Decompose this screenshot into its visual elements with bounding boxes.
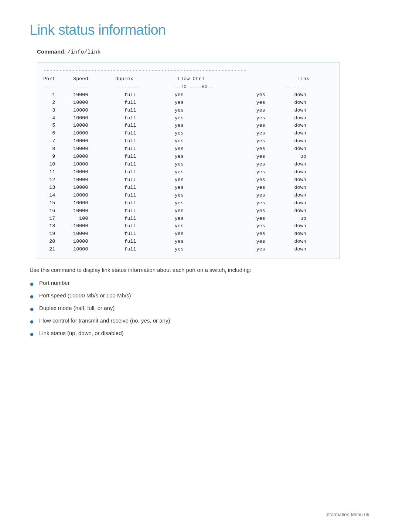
cell-tx: yes [166,200,250,207]
bullet-dot: ● [30,278,34,289]
cell-speed: 10000 [67,145,106,153]
col-flowctrl-tx: Flow Ctrl [166,75,250,83]
page-title: Link status information [30,22,369,38]
cell-port: 7 [43,137,67,145]
cell-link: down [279,161,334,168]
terminal-top-line: ----------------------------------------… [43,67,334,75]
cell-speed: 10000 [67,137,106,145]
cell-link: down [279,115,334,122]
cell-tx: yes [166,184,250,192]
cell-tx: yes [166,130,250,137]
cell-rx: yes [250,122,279,130]
bullet-text: Port speed (10000 Mb/s or 100 Mb/s) [39,291,131,300]
table-row: 7 10000 full yes yes down [43,137,334,145]
cell-rx: yes [250,222,279,230]
cell-duplex: full [106,161,166,168]
cell-duplex: full [106,130,166,137]
cell-port: 4 [43,115,67,122]
table-row: 16 10000 full yes yes down [43,207,334,215]
cell-port: 10 [43,161,67,168]
cell-port: 13 [43,184,67,192]
cell-duplex: full [106,153,166,161]
terminal-box: ----------------------------------------… [37,62,340,259]
table-row: 6 10000 full yes yes down [43,130,334,137]
description-text: Use this command to display link status … [30,266,332,274]
cell-port: 17 [43,215,67,223]
cell-rx: yes [250,99,279,107]
cell-speed: 10000 [67,99,106,107]
cell-link: down [279,122,334,130]
table-row: 9 10000 full yes yes up [43,153,334,161]
cell-tx: yes [166,246,250,253]
cell-link: down [279,107,334,115]
cell-link: down [279,246,334,253]
cell-duplex: full [106,238,166,246]
cell-duplex: full [106,230,166,238]
cell-port: 1 [43,91,67,99]
cell-duplex: full [106,115,166,122]
col-flowctrl-rx [250,75,279,83]
cell-link: down [279,145,334,153]
cell-duplex: full [106,200,166,207]
table-row: 17 100 full yes yes up [43,215,334,223]
cell-speed: 10000 [67,222,106,230]
cell-rx: yes [250,137,279,145]
cell-link: down [279,168,334,176]
bullet-text: Flow control for transmit and receive (n… [39,317,170,325]
terminal-table: Port Speed Duplex Flow Ctrl Link ---- --… [43,75,334,253]
cell-link: down [279,137,334,145]
cell-duplex: full [106,168,166,176]
cell-port: 15 [43,200,67,207]
table-row: 20 10000 full yes yes down [43,238,334,246]
col-speed: Speed [67,75,106,83]
cell-speed: 10000 [67,168,106,176]
cell-speed: 10000 [67,207,106,215]
list-item: ●Port speed (10000 Mb/s or 100 Mb/s) [30,291,369,302]
cell-rx: yes [250,115,279,122]
cell-duplex: full [106,137,166,145]
page-footer: Information Menu 69 [325,512,369,517]
cell-speed: 10000 [67,122,106,130]
table-row: 15 10000 full yes yes down [43,200,334,207]
cell-tx: yes [166,115,250,122]
cell-rx: yes [250,145,279,153]
bullet-text: Link status (up, down, or disabled) [39,329,123,338]
cell-link: down [279,230,334,238]
cell-duplex: full [106,145,166,153]
col-port: Port [43,75,67,83]
cell-link: up [279,215,334,223]
table-row: 2 10000 full yes yes down [43,99,334,107]
cell-duplex: full [106,107,166,115]
cell-duplex: full [106,192,166,200]
table-row: 12 10000 full yes yes down [43,176,334,184]
cell-tx: yes [166,215,250,223]
cell-port: 19 [43,230,67,238]
cell-port: 3 [43,107,67,115]
cell-rx: yes [250,176,279,184]
cell-tx: yes [166,122,250,130]
cell-port: 2 [43,99,67,107]
cell-duplex: full [106,207,166,215]
cell-duplex: full [106,122,166,130]
cell-tx: yes [166,238,250,246]
bullet-dot: ● [30,316,34,327]
cell-rx: yes [250,246,279,253]
bullet-text: Port number [39,279,70,287]
cell-duplex: full [106,215,166,223]
cell-port: 21 [43,246,67,253]
cell-speed: 10000 [67,161,106,168]
cell-duplex: full [106,91,166,99]
cell-port: 18 [43,222,67,230]
cell-duplex: full [106,176,166,184]
list-item: ●Link status (up, down, or disabled) [30,329,369,340]
table-row: 1 10000 full yes yes down [43,91,334,99]
table-header-row: Port Speed Duplex Flow Ctrl Link [43,75,334,83]
cell-rx: yes [250,161,279,168]
bullet-dot: ● [30,303,34,314]
table-row: 13 10000 full yes yes down [43,184,334,192]
cell-rx: yes [250,215,279,223]
cell-rx: yes [250,153,279,161]
bullet-dot: ● [30,328,34,340]
bullet-list: ●Port number●Port speed (10000 Mb/s or 1… [30,279,369,340]
col-duplex: Duplex [106,75,166,83]
